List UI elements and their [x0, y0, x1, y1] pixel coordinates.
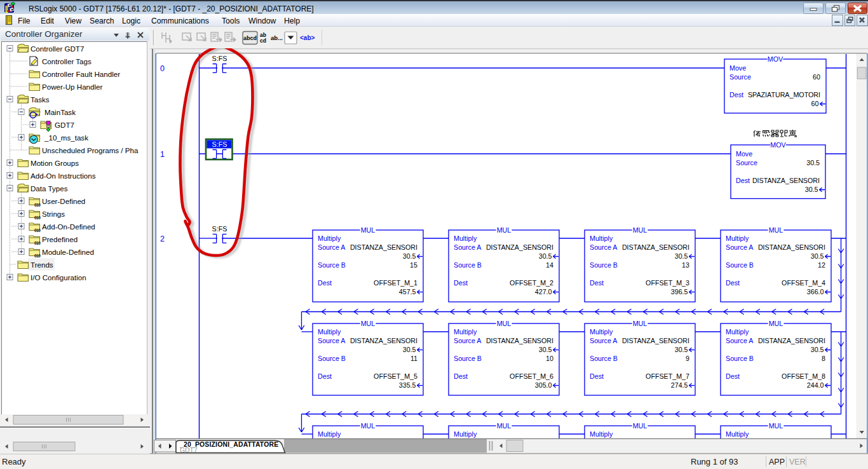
svg-text:010: 010	[34, 203, 41, 207]
svg-text:Source B: Source B	[318, 261, 346, 269]
svg-text:30.5: 30.5	[805, 186, 818, 193]
svg-text:ab...: ab...	[271, 34, 283, 41]
svg-text:244.0: 244.0	[807, 381, 824, 389]
svg-text:DISTANZA_SENSORI: DISTANZA_SENSORI	[758, 243, 825, 251]
svg-text:OFFSET_M_2: OFFSET_M_2	[510, 279, 553, 287]
svg-text:Source B: Source B	[318, 355, 346, 362]
svg-text:Multiply: Multiply	[318, 328, 341, 336]
svg-text:Dest: Dest	[590, 372, 604, 380]
svg-text:Controller Fault Handler: Controller Fault Handler	[42, 70, 120, 78]
svg-text:MUL: MUL	[361, 226, 376, 234]
svg-text:MUL: MUL	[769, 422, 783, 430]
svg-text:MUL: MUL	[633, 422, 648, 430]
svg-text:Source A: Source A	[318, 337, 346, 344]
svg-text:010: 010	[34, 254, 41, 258]
svg-text:274.5: 274.5	[671, 381, 688, 389]
svg-text:366.0: 366.0	[807, 288, 824, 296]
svg-text:30.5: 30.5	[539, 346, 552, 353]
svg-text:MUL: MUL	[633, 320, 648, 327]
svg-text:MUL: MUL	[361, 320, 376, 327]
svg-text:10: 10	[546, 355, 553, 362]
svg-text:Multiply: Multiply	[726, 234, 749, 242]
svg-text:30.5: 30.5	[403, 252, 416, 260]
svg-text:Source: Source	[729, 73, 751, 81]
svg-text:MOV: MOV	[770, 141, 786, 149]
svg-text:Multiply: Multiply	[590, 430, 613, 438]
svg-text:Source A: Source A	[590, 243, 618, 251]
svg-text:Move: Move	[736, 150, 752, 158]
svg-text:MUL: MUL	[633, 226, 648, 234]
svg-text:457.5: 457.5	[399, 288, 416, 296]
svg-text:OFFSET_M_4: OFFSET_M_4	[782, 279, 825, 287]
svg-text:DISTANZA_SENSORI: DISTANZA_SENSORI	[350, 243, 417, 251]
svg-text:Multiply: Multiply	[590, 328, 613, 336]
svg-text:DISTANZA_SENSORI: DISTANZA_SENSORI	[752, 177, 820, 184]
svg-text:SPAZIATURA_MOTORI: SPAZIATURA_MOTORI	[748, 91, 820, 99]
svg-text:305.0: 305.0	[535, 381, 552, 389]
svg-text:Dest: Dest	[454, 372, 468, 380]
svg-text:GDT7: GDT7	[55, 121, 74, 129]
svg-text:335.5: 335.5	[399, 381, 416, 389]
svg-text:Multiply: Multiply	[454, 430, 477, 438]
svg-text:Source A: Source A	[454, 243, 482, 251]
svg-text:1: 1	[160, 150, 165, 159]
svg-text:12: 12	[818, 261, 825, 269]
svg-text:Add-On Instructions: Add-On Instructions	[31, 172, 96, 180]
svg-text:Source B: Source B	[454, 355, 482, 362]
svg-text:010: 010	[34, 228, 41, 233]
svg-text:30.5: 30.5	[539, 252, 552, 260]
svg-text:Add-On-Defined: Add-On-Defined	[42, 222, 95, 231]
svg-text:Dest: Dest	[726, 372, 740, 380]
svg-text:Source A: Source A	[454, 337, 482, 344]
svg-text:30.5: 30.5	[403, 346, 416, 353]
svg-text:MUL: MUL	[497, 320, 512, 327]
svg-text:Multiply: Multiply	[454, 328, 477, 336]
svg-text:Source B: Source B	[726, 355, 754, 362]
svg-text:Dest: Dest	[318, 372, 332, 380]
svg-text:Motion Groups: Motion Groups	[31, 159, 79, 167]
svg-text:MUL: MUL	[497, 422, 512, 430]
svg-text:Dest: Dest	[726, 279, 740, 287]
svg-text:396.5: 396.5	[671, 288, 688, 296]
svg-text:<ab>: <ab>	[300, 34, 315, 41]
svg-text:GDT7: GDT7	[180, 447, 198, 454]
svg-text:MOV: MOV	[768, 55, 783, 63]
svg-text:Module-Defined: Module-Defined	[42, 248, 94, 256]
svg-text:30.5: 30.5	[811, 346, 824, 353]
svg-text:0: 0	[160, 64, 165, 73]
svg-text:S:FS: S:FS	[212, 225, 227, 233]
svg-text:Source: Source	[736, 159, 757, 167]
svg-text:Source A: Source A	[590, 337, 618, 344]
svg-text:30.5: 30.5	[675, 252, 688, 260]
svg-text:30.5: 30.5	[675, 346, 688, 353]
svg-text:14: 14	[546, 261, 553, 269]
svg-text:MainTask: MainTask	[44, 108, 76, 116]
svg-text:Unscheduled Programs / Pha: Unscheduled Programs / Pha	[42, 146, 139, 154]
svg-text:OFFSET_M_6: OFFSET_M_6	[510, 372, 553, 380]
svg-text:OFFSET_M_1: OFFSET_M_1	[374, 279, 417, 287]
svg-text:427.0: 427.0	[535, 288, 552, 296]
svg-text:OFFSET_M_8: OFFSET_M_8	[782, 372, 825, 380]
svg-text:Predefined: Predefined	[42, 235, 78, 243]
svg-text:9: 9	[686, 355, 689, 362]
svg-text:MUL: MUL	[497, 226, 512, 234]
svg-text:cd: cd	[260, 37, 266, 44]
svg-text:User-Defined: User-Defined	[42, 197, 85, 205]
svg-text:Strings: Strings	[42, 210, 65, 218]
svg-text:Dest: Dest	[729, 91, 743, 99]
svg-text:OFFSET_M_3: OFFSET_M_3	[646, 279, 689, 287]
svg-text:MUL: MUL	[769, 226, 783, 234]
svg-text:010: 010	[34, 241, 41, 245]
svg-text:30.5: 30.5	[811, 252, 824, 260]
svg-text:_10_ms_task: _10_ms_task	[44, 133, 88, 142]
svg-text:Dest: Dest	[736, 177, 750, 184]
svg-text:Trends: Trends	[31, 261, 53, 269]
svg-text:Source B: Source B	[726, 261, 754, 269]
svg-text:60: 60	[813, 73, 820, 81]
svg-text:DISTANZA_SENSORI: DISTANZA_SENSORI	[486, 337, 553, 344]
svg-text:DISTANZA_SENSORI: DISTANZA_SENSORI	[622, 337, 689, 344]
svg-text:MUL: MUL	[361, 422, 376, 430]
svg-text:11: 11	[410, 355, 417, 362]
svg-text:Source B: Source B	[590, 355, 618, 362]
svg-text:Source B: Source B	[590, 261, 618, 269]
